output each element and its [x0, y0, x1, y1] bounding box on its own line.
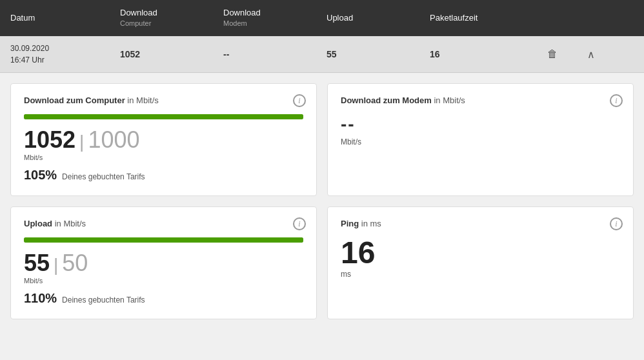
cell-download-computer: 1052: [120, 49, 223, 59]
percent-row-download-computer: 105% Deines gebuchten Tarifs: [24, 168, 303, 183]
progress-bar-upload: [24, 237, 303, 243]
card-download-computer-title: Download zum Computer in Mbit/s: [24, 95, 303, 105]
progress-bar-download-computer: [24, 114, 303, 119]
cell-upload: 55: [327, 49, 430, 59]
info-icon-upload[interactable]: i: [293, 217, 306, 230]
header-download-computer: Download Computer: [120, 8, 223, 28]
data-row: 30.09.2020 16:47 Uhr 1052 -- 55 16 🗑 ∧: [0, 36, 644, 73]
header-download-modem: Download Modem: [223, 8, 327, 28]
ping-unit: ms: [341, 270, 620, 279]
header-upload: Upload: [327, 13, 430, 24]
progress-bar-fill-upload: [24, 237, 303, 243]
delete-button[interactable]: 🗑: [533, 48, 572, 60]
progress-bar-fill-download-computer: [24, 114, 303, 119]
card-upload-title: Upload in Mbit/s: [24, 219, 303, 228]
percent-row-upload: 110% Deines gebuchten Tarifs: [24, 291, 303, 306]
header-paketlaufzeit: Paketlaufzeit: [430, 13, 533, 24]
card-download-modem: Download zum Modem in Mbit/s i -- Mbit/s: [327, 83, 634, 196]
value-row-upload: 55 | 50: [24, 252, 303, 275]
card-download-computer: Download zum Computer in Mbit/s i 1052 |…: [10, 83, 317, 196]
dash-value-modem: --: [341, 114, 620, 135]
dash-unit-modem: Mbit/s: [341, 137, 620, 146]
info-icon-download-computer[interactable]: i: [293, 94, 306, 107]
value-unit-upload: Mbit/s: [24, 277, 303, 285]
ping-value: 16: [341, 237, 620, 268]
card-download-modem-title: Download zum Modem in Mbit/s: [341, 95, 620, 105]
cell-download-modem: --: [223, 49, 327, 59]
cell-date: 30.09.2020 16:47 Uhr: [10, 43, 120, 66]
collapse-button[interactable]: ∧: [572, 48, 610, 61]
header-datum: Datum: [10, 13, 120, 24]
value-row-download-computer: 1052 | 1000: [24, 128, 303, 152]
card-ping: Ping in ms i 16 ms: [327, 206, 634, 319]
header-row: Datum Download Computer Download Modem U…: [0, 0, 644, 36]
info-icon-download-modem[interactable]: i: [610, 94, 623, 107]
card-ping-title: Ping in ms: [341, 219, 620, 228]
value-unit-download-computer: Mbit/s: [24, 154, 303, 161]
info-icon-ping[interactable]: i: [610, 217, 623, 230]
cell-paketlaufzeit: 16: [430, 49, 533, 59]
card-upload: Upload in Mbit/s i 55 | 50 Mbit/s 110% D…: [10, 206, 317, 319]
cards-container: Download zum Computer in Mbit/s i 1052 |…: [0, 73, 644, 330]
